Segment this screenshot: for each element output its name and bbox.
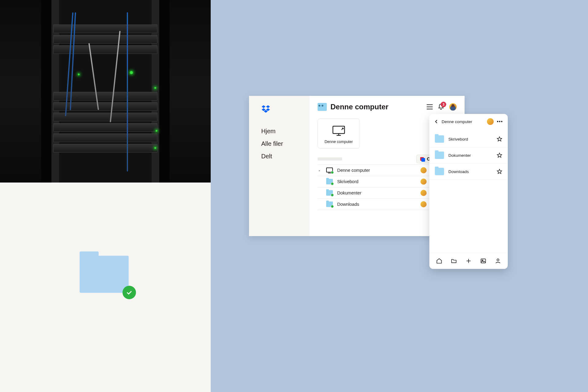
row-name: Downloads <box>337 202 416 207</box>
nav-home[interactable]: Hjem <box>261 128 310 135</box>
mobile-avatar[interactable] <box>487 118 494 125</box>
sidebar: Hjem Alle filer Delt <box>249 96 310 236</box>
home-icon[interactable] <box>436 258 442 264</box>
placeholder <box>318 157 342 160</box>
row-avatar <box>420 179 427 185</box>
mobile-folder-row[interactable]: Skrivebord <box>429 131 508 147</box>
folder-icon <box>80 251 129 293</box>
row-avatar <box>420 167 427 173</box>
notification-count-badge: 3 <box>441 102 446 107</box>
back-button[interactable] <box>434 119 439 124</box>
mobile-folder-row[interactable]: Dokumenter <box>429 147 508 164</box>
folder-icon <box>435 152 444 159</box>
folder-icon <box>435 168 444 175</box>
row-avatar <box>420 201 427 207</box>
hamburger-menu-icon[interactable] <box>427 104 433 109</box>
folder-name: Dokumenter <box>448 153 492 158</box>
create-icon <box>420 156 424 161</box>
content-header: Denne computer 3 <box>318 103 457 111</box>
star-icon[interactable] <box>497 136 502 142</box>
more-options-icon[interactable]: ••• <box>497 119 503 124</box>
this-computer-card[interactable]: Denne computer <box>318 119 360 149</box>
sync-checkmark-badge <box>123 286 136 299</box>
mobile-folder-row[interactable]: Downloads <box>429 164 508 180</box>
mobile-bottom-nav <box>429 253 508 269</box>
sync-status-icon <box>331 205 334 208</box>
svg-marker-6 <box>497 137 502 141</box>
star-icon[interactable] <box>497 153 502 158</box>
page-title: Denne computer <box>330 103 388 111</box>
star-icon[interactable] <box>497 169 502 174</box>
sync-status-icon <box>331 182 334 185</box>
sync-status-icon <box>331 171 334 174</box>
user-avatar[interactable] <box>449 103 457 111</box>
row-name: Denne computer <box>337 168 416 173</box>
plus-icon[interactable] <box>466 258 472 264</box>
dropbox-logo-icon[interactable] <box>261 104 270 114</box>
folder-icon[interactable] <box>451 258 457 264</box>
folder-name: Downloads <box>448 169 492 174</box>
svg-marker-8 <box>497 169 502 174</box>
svg-point-13 <box>497 259 499 261</box>
nav-shared[interactable]: Delt <box>261 153 310 160</box>
folder-name: Skrivebord <box>448 137 492 141</box>
nav-all-files[interactable]: Alle filer <box>261 140 310 147</box>
left-column <box>0 0 211 392</box>
photo-icon[interactable] <box>480 258 486 264</box>
svg-rect-0 <box>333 126 345 134</box>
folder-icon <box>435 135 444 143</box>
row-name: Dokumenter <box>337 190 416 195</box>
row-avatar <box>420 190 427 196</box>
server-rack-photo <box>0 0 211 183</box>
person-icon[interactable] <box>495 258 501 264</box>
sync-status-icon <box>331 194 334 197</box>
mobile-title: Denne computer <box>442 119 484 124</box>
mobile-header: Denne computer ••• <box>429 114 508 129</box>
expand-icon[interactable]: ▸ <box>319 169 322 172</box>
row-name: Skrivebord <box>337 179 416 184</box>
header-folder-icon <box>318 103 327 111</box>
card-label: Denne computer <box>321 140 356 144</box>
mobile-folder-list: Skrivebord Dokumenter Downloads <box>429 129 508 253</box>
notifications-button[interactable]: 3 <box>438 104 444 110</box>
dropbox-mobile-panel: Denne computer ••• Skrivebord Dokumenter… <box>429 114 508 269</box>
svg-marker-7 <box>497 153 502 157</box>
svg-rect-11 <box>481 259 486 263</box>
folder-synced-panel <box>0 183 211 392</box>
